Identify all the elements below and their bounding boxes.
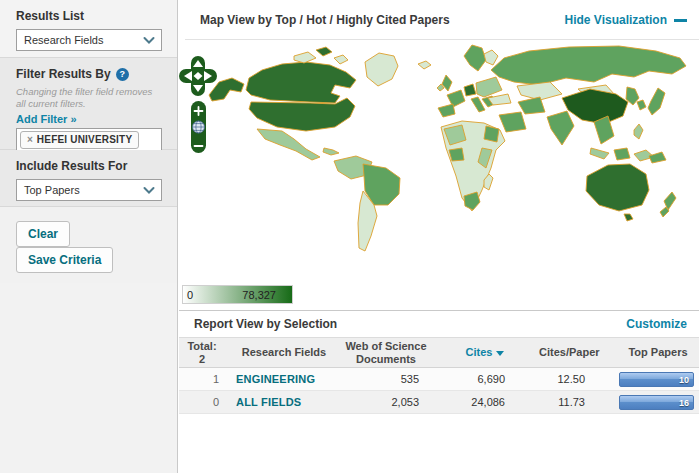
- row-cites: 6,690: [455, 373, 539, 385]
- report-table: Total: 2 Research Fields Web of Science …: [179, 337, 699, 414]
- customize-link[interactable]: Customize: [626, 317, 687, 331]
- legend-max-value: 78,327: [242, 289, 276, 301]
- map-zoom-control[interactable]: [191, 101, 206, 153]
- include-results-selected-value: Top Papers: [24, 184, 80, 196]
- help-icon[interactable]: ?: [116, 68, 129, 81]
- report-header: Report View by Selection Customize: [179, 310, 699, 337]
- world-map[interactable]: [179, 40, 693, 280]
- row-wos-documents: 535: [343, 373, 455, 385]
- row-rank: 0: [179, 396, 225, 408]
- legend-min-value: 0: [187, 289, 193, 301]
- top-papers-bar[interactable]: 16: [619, 395, 694, 410]
- map-view-title: Map View by Top / Hot / Highly Cited Pap…: [200, 13, 450, 27]
- collapse-icon: [674, 19, 687, 22]
- total-count: Total: 2: [179, 338, 225, 367]
- total-label: Total:: [187, 340, 216, 352]
- row-cites-per-paper: 11.73: [539, 396, 617, 408]
- top-papers-bar[interactable]: 10: [619, 372, 694, 387]
- column-header-cites[interactable]: Cites: [455, 344, 539, 361]
- row-field-cell: ENGINEERING: [225, 373, 343, 385]
- sidebar: Results List Research Fields Filter Resu…: [0, 0, 178, 473]
- chevron-down-icon: [143, 186, 155, 195]
- chevron-down-icon: [143, 36, 155, 45]
- column-header-cites-per-paper: Cites/Paper: [539, 344, 617, 361]
- table-header-row: Total: 2 Research Fields Web of Science …: [179, 337, 699, 368]
- column-header-research-fields: Research Fields: [225, 344, 343, 361]
- row-field-cell: ALL FIELDS: [225, 396, 343, 408]
- row-top-papers-cell: 10: [617, 372, 699, 387]
- clear-button[interactable]: Clear: [16, 221, 70, 247]
- report-view-title: Report View by Selection: [194, 317, 337, 331]
- results-list-select[interactable]: Research Fields: [16, 29, 162, 51]
- row-wos-documents: 2,053: [343, 396, 455, 408]
- map-pan-control[interactable]: [179, 56, 217, 96]
- row-rank: 1: [179, 373, 225, 385]
- column-header-top-papers: Top Papers: [617, 344, 699, 361]
- table-row: 1 ENGINEERING 535 6,690 12.50 10: [179, 368, 699, 391]
- sidebar-actions: Clear Save Criteria: [0, 207, 177, 283]
- filter-section: Filter Results By ? Changing the filter …: [0, 57, 177, 150]
- results-list-selected-value: Research Fields: [24, 34, 103, 46]
- filter-box: × HEFEI UNIVERSITY: [16, 128, 162, 153]
- map-header: Map View by Top / Hot / Highly Cited Pap…: [185, 0, 699, 40]
- filter-note: Changing the filter field removes all cu…: [16, 86, 158, 110]
- map-visualization-area: 0 78,327: [179, 40, 699, 310]
- globe-icon: [193, 121, 205, 133]
- include-results-section: Include Results For Top Papers: [0, 150, 177, 207]
- row-cites-per-paper: 12.50: [539, 373, 617, 385]
- filter-tag-label: HEFEI UNIVERSITY: [37, 134, 132, 145]
- results-list-section: Results List Research Fields: [0, 0, 177, 57]
- row-top-papers-cell: 16: [617, 395, 699, 410]
- cites-sort-label: Cites: [466, 346, 493, 358]
- hide-visualization-label: Hide Visualization: [565, 13, 667, 27]
- add-filter-link[interactable]: Add Filter »: [16, 113, 77, 125]
- map-land-shapes: [209, 45, 686, 251]
- include-results-select[interactable]: Top Papers: [16, 179, 162, 201]
- map-legend: 0 78,327: [182, 285, 293, 304]
- results-list-heading: Results List: [16, 9, 163, 23]
- total-value: 2: [199, 353, 205, 365]
- save-criteria-button[interactable]: Save Criteria: [16, 247, 113, 273]
- include-results-heading: Include Results For: [16, 159, 163, 173]
- filter-tag[interactable]: × HEFEI UNIVERSITY: [20, 131, 139, 149]
- sort-desc-icon: [496, 351, 504, 356]
- remove-filter-icon[interactable]: ×: [27, 134, 33, 145]
- hide-visualization-link[interactable]: Hide Visualization: [565, 13, 687, 27]
- filter-heading: Filter Results By: [16, 67, 111, 81]
- research-field-link[interactable]: ENGINEERING: [236, 373, 315, 385]
- research-field-link[interactable]: ALL FIELDS: [236, 396, 301, 408]
- main-content: Map View by Top / Hot / Highly Cited Pap…: [179, 0, 699, 473]
- row-cites: 24,086: [455, 396, 539, 408]
- column-header-wos-documents: Web of Science Documents: [343, 338, 455, 367]
- table-row: 0 ALL FIELDS 2,053 24,086 11.73 16: [179, 391, 699, 414]
- esi-application-window: Results List Research Fields Filter Resu…: [0, 0, 699, 473]
